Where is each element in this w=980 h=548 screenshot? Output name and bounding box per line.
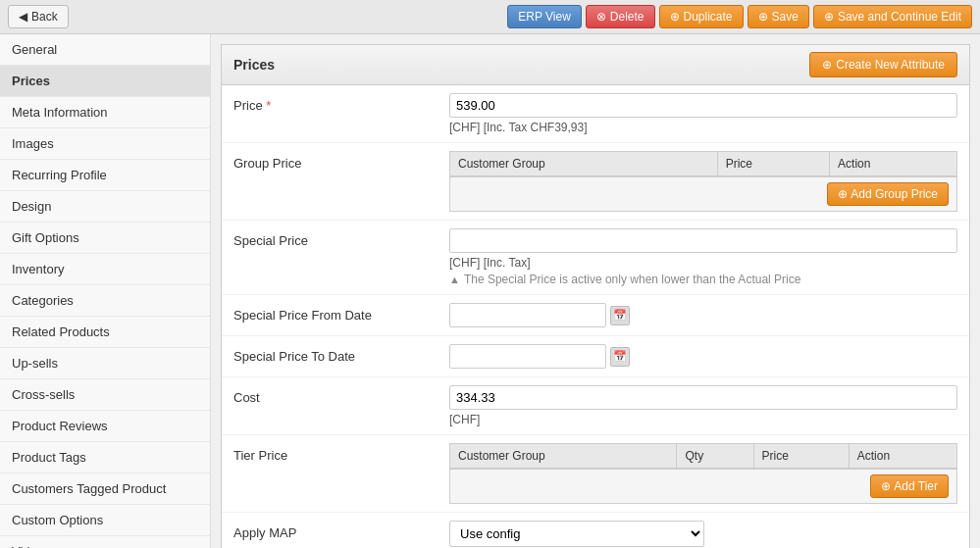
back-label: Back	[31, 10, 58, 24]
back-button[interactable]: ◀ Back	[8, 5, 69, 28]
erp-label: ERP View	[518, 10, 571, 24]
panel-header: Prices ⊕ Create New Attribute	[222, 45, 969, 85]
add-tier-button[interactable]: ⊕ Add Tier	[870, 474, 949, 498]
plus-icon: ⊕	[822, 58, 832, 72]
tier-price-add-cell: ⊕ Add Tier	[449, 469, 957, 504]
special-price-from-input[interactable]	[449, 303, 606, 327]
delete-icon: ⊗	[596, 10, 606, 24]
special-price-to-control: 📅	[449, 344, 957, 369]
calendar-from-icon[interactable]: 📅	[610, 306, 630, 325]
sidebar-item-related[interactable]: Related Products	[0, 317, 210, 348]
group-price-label: Group Price	[233, 151, 449, 171]
add-tier-plus-icon: ⊕	[881, 479, 891, 493]
group-price-add-cell: ⊕ Add Group Price	[449, 176, 957, 212]
sidebar-item-recurring[interactable]: Recurring Profile	[0, 160, 210, 191]
special-price-label: Special Price	[233, 228, 449, 248]
sidebar-item-inventory[interactable]: Inventory	[0, 254, 210, 285]
group-price-row: Group Price Customer Group Price Action	[222, 143, 969, 221]
tier-col-qty: Qty	[677, 444, 753, 469]
group-price-control-wrap: Customer Group Price Action ⊕	[449, 151, 957, 212]
special-price-from-row: Special Price From Date 📅	[222, 295, 969, 336]
price-row: Price * [CHF] [Inc. Tax CHF39,93]	[222, 85, 969, 143]
sidebar-item-videos[interactable]: Videos	[0, 536, 210, 548]
apply-map-row: Apply MAP Use config Yes No	[222, 513, 969, 548]
save-continue-icon: ⊕	[824, 10, 834, 24]
duplicate-label: Duplicate	[684, 10, 733, 24]
duplicate-icon: ⊕	[670, 10, 680, 24]
price-label: Price *	[233, 93, 449, 113]
save-continue-label: Save and Continue Edit	[838, 10, 961, 24]
sidebar-item-gift[interactable]: Gift Options	[0, 223, 210, 254]
toolbar: ◀ Back ERP View ⊗ Delete ⊕ Duplicate ⊕ S…	[0, 0, 980, 34]
save-continue-button[interactable]: ⊕ Save and Continue Edit	[813, 5, 972, 28]
special-price-control-wrap: [CHF] [Inc. Tax] ▲ The Special Price is …	[449, 228, 957, 286]
cost-label: Cost	[233, 385, 449, 405]
apply-map-label: Apply MAP	[233, 521, 449, 540]
delete-button[interactable]: ⊗ Delete	[586, 5, 655, 28]
special-price-from-control: 📅	[449, 303, 957, 327]
special-price-from-label: Special Price From Date	[233, 303, 449, 323]
delete-label: Delete	[610, 10, 645, 24]
date-to-wrap: 📅	[449, 344, 957, 369]
group-price-col-action: Action	[830, 152, 957, 176]
apply-map-control: Use config Yes No	[449, 521, 957, 547]
apply-map-select[interactable]: Use config Yes No	[449, 521, 704, 547]
sidebar-item-reviews[interactable]: Product Reviews	[0, 411, 210, 442]
add-group-plus-icon: ⊕	[838, 187, 848, 201]
create-attr-label: Create New Attribute	[836, 58, 945, 72]
special-price-to-input[interactable]	[449, 344, 606, 369]
tier-col-group: Customer Group	[450, 444, 677, 469]
tier-price-label: Tier Price	[233, 443, 449, 463]
sidebar-item-general[interactable]: General	[0, 34, 210, 66]
price-required-star: *	[266, 98, 271, 113]
cost-row: Cost [CHF]	[222, 377, 969, 435]
tier-col-action: Action	[849, 444, 956, 469]
tier-price-table: Customer Group Qty Price Action	[449, 443, 957, 469]
save-button[interactable]: ⊕ Save	[748, 5, 809, 28]
panel-title: Prices	[233, 57, 275, 73]
group-price-col-group: Customer Group	[450, 152, 718, 176]
sidebar-item-categories[interactable]: Categories	[0, 285, 210, 317]
app-container: ◀ Back ERP View ⊗ Delete ⊕ Duplicate ⊕ S…	[0, 0, 980, 548]
price-control-wrap: [CHF] [Inc. Tax CHF39,93]	[449, 93, 957, 134]
special-price-note: [CHF] [Inc. Tax]	[449, 256, 957, 270]
special-price-input[interactable]	[449, 228, 957, 253]
group-price-table: Customer Group Price Action	[449, 151, 957, 176]
sidebar-item-crosssells[interactable]: Cross-sells	[0, 379, 210, 411]
sidebar-item-prices[interactable]: Prices	[0, 66, 210, 97]
sidebar-item-tags[interactable]: Product Tags	[0, 442, 210, 473]
sidebar-item-design[interactable]: Design	[0, 191, 210, 223]
prices-panel: Prices ⊕ Create New Attribute Price *	[221, 44, 970, 548]
price-input[interactable]	[449, 93, 957, 118]
special-price-warning: ▲ The Special Price is active only when …	[449, 273, 957, 286]
tier-price-control-wrap: Customer Group Qty Price Action	[449, 443, 957, 504]
form-body: Price * [CHF] [Inc. Tax CHF39,93] Group …	[222, 85, 969, 548]
tier-price-row: Tier Price Customer Group Qty Price Acti…	[222, 435, 969, 513]
save-icon: ⊕	[758, 10, 768, 24]
cost-input[interactable]	[449, 385, 957, 410]
cost-control-wrap: [CHF]	[449, 385, 957, 426]
special-price-row: Special Price [CHF] [Inc. Tax] ▲ The Spe…	[222, 221, 969, 295]
cost-note: [CHF]	[449, 413, 957, 426]
sidebar-item-images[interactable]: Images	[0, 128, 210, 160]
sidebar-item-customers_tagged[interactable]: Customers Tagged Product	[0, 473, 210, 505]
sidebar-item-upsells[interactable]: Up-sells	[0, 348, 210, 379]
duplicate-button[interactable]: ⊕ Duplicate	[659, 5, 744, 28]
warning-triangle-icon: ▲	[449, 274, 460, 285]
sidebar: GeneralPricesMeta InformationImagesRecur…	[0, 34, 211, 548]
create-attribute-button[interactable]: ⊕ Create New Attribute	[809, 52, 957, 77]
add-group-price-button[interactable]: ⊕ Add Group Price	[827, 182, 949, 206]
calendar-to-icon[interactable]: 📅	[610, 347, 630, 367]
save-label: Save	[772, 10, 799, 24]
main-layout: GeneralPricesMeta InformationImagesRecur…	[0, 34, 980, 548]
tier-col-price: Price	[753, 444, 849, 469]
sidebar-item-custom_options[interactable]: Custom Options	[0, 505, 210, 536]
special-price-to-label: Special Price To Date	[233, 344, 449, 364]
back-arrow-icon: ◀	[19, 10, 27, 24]
special-price-to-row: Special Price To Date 📅	[222, 336, 969, 377]
group-price-col-price: Price	[717, 152, 829, 176]
sidebar-item-meta[interactable]: Meta Information	[0, 97, 210, 128]
erp-view-button[interactable]: ERP View	[507, 5, 582, 28]
content-area: Prices ⊕ Create New Attribute Price *	[211, 34, 980, 548]
price-note: [CHF] [Inc. Tax CHF39,93]	[449, 121, 957, 134]
